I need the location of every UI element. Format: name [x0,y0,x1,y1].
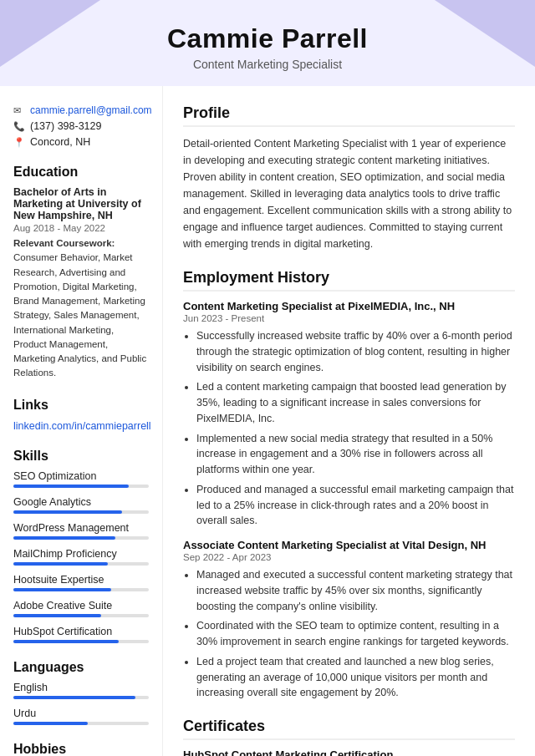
skill-name: WordPress Management [13,522,149,534]
job-bullet: Managed and executed a successful conten… [196,567,515,614]
job-bullets: Successfully increased website traffic b… [183,328,515,529]
cert-entry: HubSpot Content Marketing Certification … [183,748,515,756]
skill-name: MailChimp Proficiency [13,548,149,560]
courses-text: Consumer Behavior, Market Research, Adve… [13,252,146,378]
location-icon: 📍 [13,137,25,148]
email-item: ✉ cammie.parrell@gmail.com [13,104,149,116]
phone-item: 📞 (137) 398-3129 [13,120,149,132]
education-degree: Bachelor of Arts in Marketing at Univers… [13,186,149,221]
resume-header: Cammie Parrell Content Marketing Special… [0,0,535,86]
job-dates: Sep 2022 - Apr 2023 [183,552,515,562]
skill-bar-bg [13,510,149,514]
language-name: English [13,682,149,693]
email-link[interactable]: cammie.parrell@gmail.com [30,104,152,116]
skill-bar-bg [13,485,149,488]
employment-title: Employment History [183,269,515,292]
location-text: Concord, NH [30,136,90,148]
sidebar: ✉ cammie.parrell@gmail.com 📞 (137) 398-3… [0,86,163,756]
courses-label: Relevant Coursework: [13,238,115,248]
languages-section: Languages English Urdu [13,660,149,725]
skill-item: HubSpot Certification [13,626,149,643]
language-item: English [13,682,149,699]
skill-bar-bg [13,536,149,540]
skill-bar-fill [13,485,129,488]
certificates-title: Certificates [183,718,515,740]
education-dates: Aug 2018 - May 2022 [13,223,149,233]
language-name: Urdu [13,708,149,719]
skill-bar-fill [13,510,122,514]
job-bullet: Led a project team that created and laun… [196,654,515,701]
jobs-list: Content Marketing Specialist at PixelMED… [183,300,515,701]
skill-bar-fill [13,640,119,643]
job-title: Associate Content Marketing Specialist a… [183,539,515,551]
skill-bar-fill [13,536,115,540]
skills-list: SEO Optimization Google Analytics WordPr… [13,470,149,643]
skill-bar-bg [13,588,149,591]
language-bar-bg [13,722,149,725]
skill-bar-bg [13,640,149,643]
hobbies-section: Hobbies [13,742,149,757]
languages-list: English Urdu [13,682,149,725]
skill-bar-fill [13,588,111,591]
job-bullet: Successfully increased website traffic b… [196,328,515,375]
job-bullet: Led a content marketing campaign that bo… [196,379,515,426]
main-content: Profile Detail-oriented Content Marketin… [163,86,535,756]
job-entry: Content Marketing Specialist at PixelMED… [183,300,515,529]
links-section: Links linkedin.com/in/cammieparrell [13,398,149,432]
email-icon: ✉ [13,105,25,116]
skill-name: Google Analytics [13,496,149,508]
cert-name: HubSpot Content Marketing Certification [183,748,515,756]
language-bar-fill [13,722,88,725]
profile-section: Profile Detail-oriented Content Marketin… [183,104,515,252]
education-section: Education Bachelor of Arts in Marketing … [13,165,149,381]
skill-name: Hootsuite Expertise [13,574,149,586]
skill-item: SEO Optimization [13,470,149,488]
job-bullet: Implemented a new social media strategy … [196,431,515,478]
job-title: Content Marketing Specialist at PixelMED… [183,300,515,312]
job-bullet: Produced and managed a successful email … [196,482,515,529]
skill-item: Google Analytics [13,496,149,514]
skill-item: Adobe Creative Suite [13,600,149,617]
job-bullets: Managed and executed a successful conten… [183,567,515,701]
location-item: 📍 Concord, NH [13,136,149,148]
employment-section: Employment History Content Marketing Spe… [183,269,515,701]
language-item: Urdu [13,708,149,725]
skills-section: Skills SEO Optimization Google Analytics… [13,449,149,643]
language-bar-bg [13,696,149,699]
job-bullet: Coordinated with the SEO team to optimiz… [196,618,515,650]
profile-text: Detail-oriented Content Marketing Specia… [183,135,515,252]
language-bar-fill [13,696,135,699]
phone-icon: 📞 [13,121,25,132]
links-title: Links [13,398,149,413]
skill-name: HubSpot Certification [13,626,149,637]
certs-list: HubSpot Content Marketing Certification … [183,748,515,756]
contact-section: ✉ cammie.parrell@gmail.com 📞 (137) 398-3… [13,104,149,148]
skill-item: MailChimp Proficiency [13,548,149,566]
phone-number: (137) 398-3129 [30,120,101,132]
skills-title: Skills [13,449,149,464]
skill-bar-fill [13,562,108,566]
certificates-section: Certificates HubSpot Content Marketing C… [183,718,515,756]
skill-bar-bg [13,614,149,617]
candidate-name: Cammie Parrell [17,23,518,54]
skill-bar-fill [13,614,101,617]
profile-title: Profile [183,104,515,127]
linkedin-link[interactable]: linkedin.com/in/cammieparrell [13,420,151,432]
candidate-title: Content Marketing Specialist [17,58,518,71]
languages-title: Languages [13,660,149,675]
skill-name: Adobe Creative Suite [13,600,149,611]
skill-item: WordPress Management [13,522,149,540]
education-title: Education [13,165,149,180]
skill-bar-bg [13,562,149,566]
job-entry: Associate Content Marketing Specialist a… [183,539,515,701]
education-courses: Relevant Coursework: Consumer Behavior, … [13,236,149,381]
job-dates: Jun 2023 - Present [183,313,515,323]
skill-item: Hootsuite Expertise [13,574,149,591]
skill-name: SEO Optimization [13,470,149,482]
hobbies-title: Hobbies [13,742,149,757]
